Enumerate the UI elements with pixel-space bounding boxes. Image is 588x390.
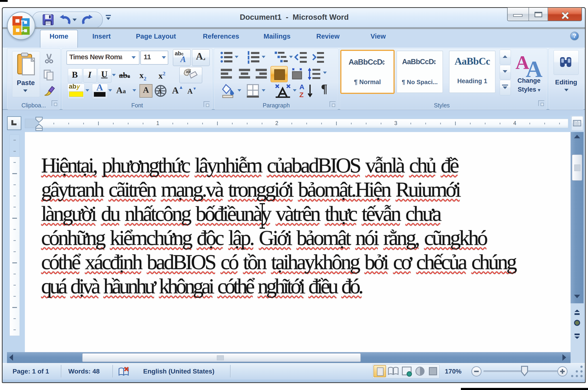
svg-text:A: A [158, 88, 162, 95]
svg-text:2: 2 [275, 120, 278, 126]
svg-text:1: 1 [156, 120, 159, 126]
svg-text:A: A [299, 83, 304, 91]
svg-text:ab: ab [186, 69, 191, 74]
svg-text:3: 3 [394, 120, 397, 126]
svg-text:4: 4 [513, 120, 516, 126]
svg-text:Z: Z [299, 91, 303, 98]
